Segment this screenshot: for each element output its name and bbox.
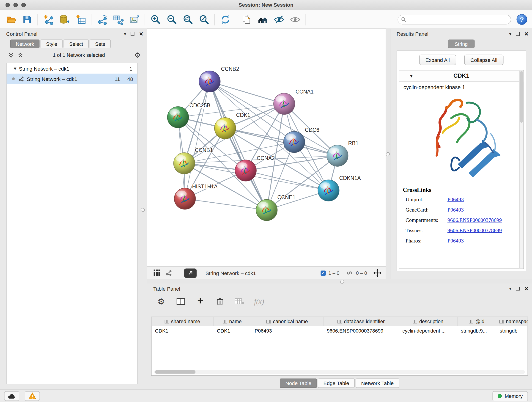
column-header-id[interactable]: @id <box>457 317 496 326</box>
crosslink-row: Compartments:9606.ENSP00000378699 <box>399 215 524 225</box>
crosslink-link[interactable]: P06493 <box>447 205 464 215</box>
warnings-button[interactable] <box>25 391 40 401</box>
search-input[interactable] <box>398 15 511 24</box>
panel-close-icon[interactable]: ✕ <box>524 286 529 291</box>
panel-collapse-icon[interactable]: ▾ <box>124 32 127 36</box>
hide-selected-button[interactable] <box>271 12 287 27</box>
network-canvas[interactable]: CCNB2CCNA1CDC25BCDK1CDC6RB1CCNB1CCNA2CDK… <box>147 29 386 267</box>
network-options-gear-icon[interactable]: ⚙ <box>134 51 141 58</box>
column-header-database-identifier[interactable]: database identifier <box>323 317 399 326</box>
status-bar: Memory <box>0 390 532 402</box>
create-column-button[interactable]: + <box>195 296 206 306</box>
show-all-button[interactable] <box>287 12 303 27</box>
tab-edge-table[interactable]: Edge Table <box>318 379 355 388</box>
expand-all-icon[interactable] <box>18 52 24 58</box>
node-ccne1[interactable] <box>256 199 278 221</box>
node-rb1[interactable] <box>327 145 348 166</box>
node-cdc25b[interactable] <box>167 107 189 128</box>
gene-header[interactable]: ▼ CDK1 <box>399 70 524 82</box>
crosslink-link[interactable]: 9606.ENSP00000378699 <box>447 215 502 225</box>
table-horizontal-scrollbar[interactable] <box>154 370 525 374</box>
open-session-button[interactable] <box>3 12 19 27</box>
show-columns-button[interactable] <box>176 296 186 307</box>
apply-layout-button[interactable] <box>217 12 234 27</box>
edge[interactable] <box>185 82 210 199</box>
table-row[interactable]: CDK1CDK1P064939606.ENSP00000378699cyclin… <box>152 326 528 335</box>
splitter-handle[interactable] <box>340 280 344 284</box>
tab-select[interactable]: Select <box>64 40 89 48</box>
tab-network[interactable]: Network <box>10 40 40 48</box>
delete-column-button[interactable] <box>215 296 225 307</box>
node-hist1h1a[interactable] <box>174 188 196 210</box>
column-header-description[interactable]: description <box>399 317 457 326</box>
expand-all-button[interactable]: Expand All <box>419 55 456 65</box>
network-graph[interactable]: CCNB2CCNA1CDC25BCDK1CDC6RB1CCNB1CCNA2CDK… <box>147 29 386 267</box>
collapse-all-icon[interactable] <box>8 52 14 58</box>
birds-eye-view-button[interactable] <box>151 268 163 278</box>
node-cdk1[interactable] <box>215 118 236 139</box>
network-overview-button[interactable] <box>163 268 175 278</box>
column-header-shared-name[interactable]: shared name <box>152 317 214 326</box>
network-row-selected[interactable]: String Network – cdk1 11 48 <box>7 74 137 84</box>
help-button[interactable]: ? <box>517 14 527 25</box>
node-ccnb2[interactable] <box>199 71 220 92</box>
crosslink-link[interactable]: 9606.ENSP00000378699 <box>447 225 502 236</box>
panel-float-icon[interactable] <box>516 287 520 290</box>
network-app-icon <box>18 76 24 82</box>
zoom-out-button[interactable] <box>164 12 180 27</box>
crosslink-row: Uniprot:P06493 <box>399 194 524 205</box>
import-network-from-file-button[interactable] <box>40 12 57 27</box>
network-collection-row[interactable]: ▼ String Network – cdk1 1 <box>7 63 137 74</box>
disclosure-triangle-icon[interactable]: ▼ <box>12 66 19 71</box>
tab-string[interactable]: String <box>448 40 475 48</box>
crosslink-link[interactable]: P06493 <box>447 236 464 246</box>
node-ccna2[interactable] <box>235 160 256 181</box>
toolbar-separator <box>91 13 92 25</box>
tab-sets[interactable]: Sets <box>89 40 111 48</box>
column-header-name[interactable]: name <box>214 317 251 326</box>
edge[interactable] <box>185 199 267 210</box>
cloud-button[interactable] <box>4 391 19 401</box>
panel-float-icon[interactable] <box>131 32 135 36</box>
column-header-canonical-name[interactable]: canonical name <box>251 317 323 326</box>
results-scrollbar[interactable] <box>519 70 524 269</box>
tab-network-table[interactable]: Network Table <box>355 379 399 388</box>
copy-button[interactable] <box>239 12 255 27</box>
new-network-from-selection-button[interactable] <box>94 12 110 27</box>
panel-close-icon[interactable]: ✕ <box>524 31 529 36</box>
zoom-selected-button[interactable] <box>196 12 212 27</box>
hidden-eye-slash-icon <box>346 270 353 276</box>
node-cdkn1a[interactable] <box>318 180 339 201</box>
table-options-gear-icon[interactable]: ⚙ <box>156 296 166 307</box>
table-tabs: Node TableEdge TableNetwork Table <box>147 379 532 388</box>
splitter-handle[interactable] <box>141 208 145 212</box>
collapse-all-button[interactable]: Collapse All <box>464 55 504 65</box>
import-table-from-file-button[interactable] <box>73 12 89 27</box>
edge[interactable] <box>210 82 267 210</box>
memory-button[interactable]: Memory <box>492 391 528 401</box>
tab-style[interactable]: Style <box>41 40 63 48</box>
panel-collapse-icon[interactable]: ▾ <box>509 286 512 291</box>
pan-crosshair-icon[interactable] <box>373 269 381 277</box>
selected-checkbox-icon[interactable]: ✓ <box>321 270 326 276</box>
horizontal-splitter[interactable] <box>147 279 532 284</box>
panel-close-icon[interactable]: ✕ <box>139 31 143 36</box>
zoom-in-button[interactable] <box>147 12 164 27</box>
export-image-button[interactable] <box>126 12 143 27</box>
export-table-button[interactable] <box>110 12 126 27</box>
detach-view-button[interactable] <box>184 268 196 278</box>
edge[interactable] <box>210 82 284 104</box>
panel-float-icon[interactable] <box>516 32 520 36</box>
node-ccnb1[interactable] <box>174 153 195 174</box>
tab-node-table[interactable]: Node Table <box>280 379 317 388</box>
node-ccna1[interactable] <box>273 93 295 115</box>
column-header-namespac[interactable]: namespac <box>496 317 528 326</box>
splitter-handle[interactable] <box>386 153 390 156</box>
crosslink-link[interactable]: P06493 <box>447 194 464 205</box>
node-cdc6[interactable] <box>284 131 305 153</box>
save-session-button[interactable] <box>19 12 35 27</box>
panel-collapse-icon[interactable]: ▾ <box>509 32 512 36</box>
zoom-fit-button[interactable] <box>180 12 196 27</box>
import-network-from-database-button[interactable] <box>56 12 73 27</box>
first-neighbors-button[interactable] <box>255 12 271 27</box>
